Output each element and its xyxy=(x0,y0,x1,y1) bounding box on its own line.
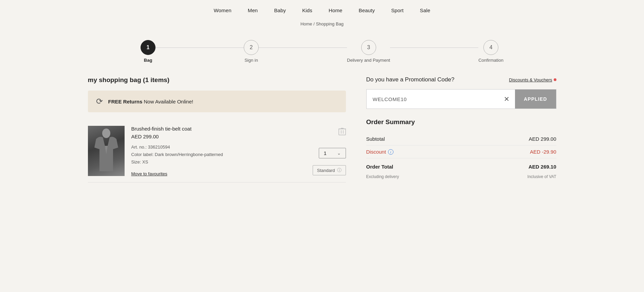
order-total-value: AED 269.10 xyxy=(529,164,556,170)
bag-title: my shopping bag (1 items) xyxy=(88,76,346,84)
step-line-1-2 xyxy=(155,47,244,48)
subtotal-label: Subtotal xyxy=(366,136,385,142)
step-label-signin: Sign in xyxy=(244,58,258,63)
promo-clear-button[interactable]: ✕ xyxy=(498,96,515,102)
promo-input-row: ✕ APPLIED xyxy=(366,89,556,109)
product-actions: 1 ⌄ Standard ⓘ xyxy=(313,126,346,177)
product-color: Color label: Dark brown/Herringbone-patt… xyxy=(131,151,306,158)
order-total-label: Order Total xyxy=(366,164,393,170)
step-confirmation: 4 Confirmation xyxy=(478,40,503,63)
nav-sport[interactable]: Sport xyxy=(391,7,404,13)
product-row: Brushed-finish tie-belt coat AED 299.00 … xyxy=(88,120,346,182)
quantity-value: 1 xyxy=(324,150,327,156)
product-price: AED 299.00 xyxy=(131,134,306,139)
nav-sale[interactable]: Sale xyxy=(420,7,430,13)
step-bag: 1 Bag xyxy=(141,40,155,63)
discounts-link-text: Discounts & Vouchers xyxy=(509,77,552,82)
nav-home[interactable]: Home xyxy=(329,7,343,13)
nav-men[interactable]: Men xyxy=(248,7,258,13)
promo-applied-button: APPLIED xyxy=(515,90,556,109)
breadcrumb-text: Home / Shopping Bag xyxy=(300,21,344,26)
checkout-stepper: 1 Bag 2 Sign in 3 Delivery and Payment 4… xyxy=(0,33,644,76)
order-total-row: Order Total AED 269.10 xyxy=(366,158,556,173)
nav-beauty[interactable]: Beauty xyxy=(359,7,375,13)
incl-vat-note: Inclusive of VAT xyxy=(528,174,556,179)
subtotal-value: AED 299.00 xyxy=(529,136,556,142)
product-art-no: Art. no.: 336210594 xyxy=(131,143,306,151)
delete-item-icon[interactable] xyxy=(338,127,346,136)
discounts-vouchers-link[interactable]: Discounts & Vouchers xyxy=(509,77,556,82)
product-name: Brushed-finish tie-belt coat xyxy=(131,126,306,132)
step-label-delivery: Delivery and Payment xyxy=(347,58,390,63)
returns-icon: ⟳ xyxy=(96,97,103,106)
promo-section: Do you have a Promotional Code? Discount… xyxy=(366,76,556,109)
discount-dot-indicator xyxy=(554,78,556,81)
nav-women[interactable]: Women xyxy=(214,7,232,13)
main-navigation: Women Men Baby Kids Home Beauty Sport Sa… xyxy=(0,0,644,19)
shopping-bag-panel: my shopping bag (1 items) ⟳ FREE Returns… xyxy=(88,76,346,182)
step-line-2-3 xyxy=(259,47,347,48)
shipping-label: Standard xyxy=(317,168,335,173)
returns-rest-text: Now Available Online! xyxy=(144,99,194,104)
svg-rect-1 xyxy=(339,129,346,135)
product-image xyxy=(88,126,125,176)
step-delivery: 3 Delivery and Payment xyxy=(347,40,390,63)
step-label-confirmation: Confirmation xyxy=(478,58,503,63)
order-summary-panel: Do you have a Promotional Code? Discount… xyxy=(366,76,556,182)
svg-point-0 xyxy=(102,129,110,138)
quantity-selector[interactable]: 1 ⌄ xyxy=(319,148,346,158)
product-meta: Art. no.: 336210594 Color label: Dark br… xyxy=(131,143,306,166)
step-signin: 2 Sign in xyxy=(244,40,259,63)
discount-amount: AED -29.90 xyxy=(530,149,556,155)
move-to-favourites-button[interactable]: Move to favourites xyxy=(131,171,167,176)
product-size: Size: XS xyxy=(131,158,306,166)
step-circle-3: 3 xyxy=(361,40,376,55)
step-line-3-4 xyxy=(390,47,478,48)
shipping-method-tag: Standard ⓘ xyxy=(313,165,346,175)
product-silhouette xyxy=(93,127,120,175)
summary-notes: Excluding delivery Inclusive of VAT xyxy=(366,173,556,182)
discount-info-icon[interactable]: i xyxy=(388,149,393,155)
breadcrumb: Home / Shopping Bag xyxy=(0,19,644,33)
step-label-bag: Bag xyxy=(144,58,152,63)
order-summary: Order Summary Subtotal AED 299.00 Discou… xyxy=(366,118,556,182)
step-circle-4: 4 xyxy=(483,40,498,55)
promo-question-label: Do you have a Promotional Code? xyxy=(366,76,455,83)
excl-delivery-note: Excluding delivery xyxy=(366,174,399,179)
main-content: my shopping bag (1 items) ⟳ FREE Returns… xyxy=(68,76,577,196)
free-returns-banner: ⟳ FREE Returns Now Available Online! xyxy=(88,91,346,112)
product-image-placeholder xyxy=(88,126,125,176)
nav-baby[interactable]: Baby xyxy=(274,7,286,13)
discount-label: Discount i xyxy=(366,149,393,155)
step-circle-2: 2 xyxy=(244,40,259,55)
promo-code-input[interactable] xyxy=(367,91,498,108)
discount-row: Discount i AED -29.90 xyxy=(366,145,556,158)
quantity-chevron-icon: ⌄ xyxy=(337,151,341,156)
promo-header: Do you have a Promotional Code? Discount… xyxy=(366,76,556,83)
product-details: Brushed-finish tie-belt coat AED 299.00 … xyxy=(131,126,306,177)
step-circle-1: 1 xyxy=(141,40,155,55)
returns-bold-text: FREE Returns xyxy=(108,99,143,104)
nav-kids[interactable]: Kids xyxy=(302,7,312,13)
order-summary-title: Order Summary xyxy=(366,118,556,126)
returns-text: FREE Returns Now Available Online! xyxy=(108,99,194,104)
shipping-info-icon[interactable]: ⓘ xyxy=(337,167,342,173)
subtotal-row: Subtotal AED 299.00 xyxy=(366,133,556,145)
summary-table: Subtotal AED 299.00 Discount i AED -29.9… xyxy=(366,133,556,182)
